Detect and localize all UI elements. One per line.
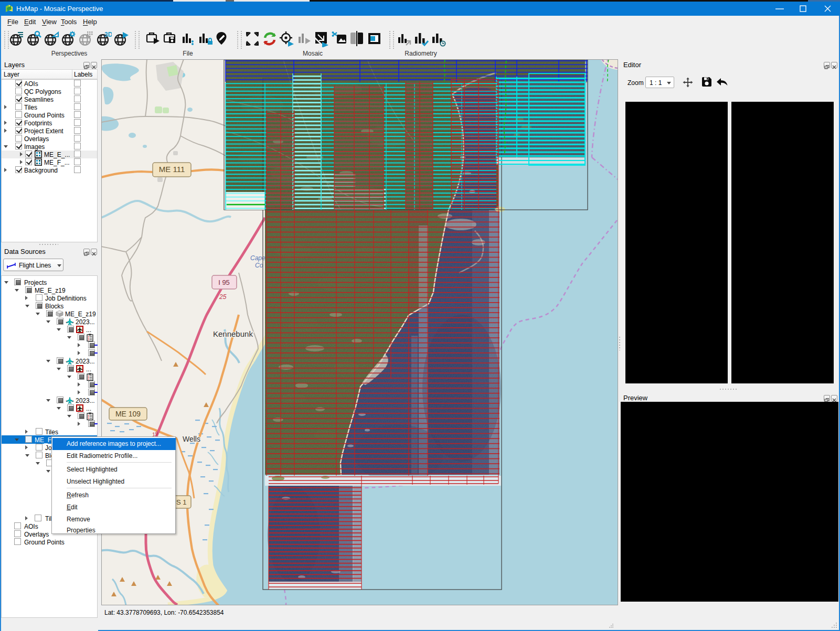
svg-text:3D: 3D — [104, 31, 112, 38]
svg-text:ME 109: ME 109 — [115, 410, 141, 418]
svg-text:Cape: Cape — [250, 254, 265, 262]
svg-text:ME 111: ME 111 — [159, 165, 185, 174]
svg-text:25: 25 — [219, 293, 227, 301]
svg-text:Wells: Wells — [183, 435, 200, 443]
svg-text:I 95: I 95 — [218, 279, 230, 286]
svg-text:Kennebunk: Kennebunk — [213, 329, 253, 338]
svg-text:Co: Co — [255, 262, 263, 269]
